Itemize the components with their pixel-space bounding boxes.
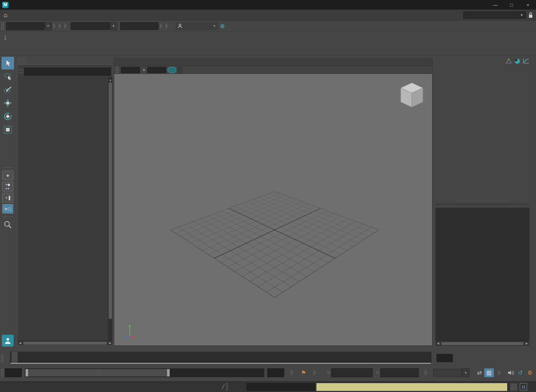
paint-select-tool[interactable] <box>1 83 14 96</box>
more-info-button[interactable] <box>510 383 518 391</box>
range-end-handle[interactable] <box>167 369 170 376</box>
gamma-field[interactable] <box>147 67 166 73</box>
scrollbar-thumb[interactable] <box>441 342 523 345</box>
ground-plane-grid <box>170 191 379 298</box>
animation-preferences-icon[interactable]: ⚙ <box>525 368 535 377</box>
lasso-icon <box>3 72 12 81</box>
layout-outliner-persp-button[interactable]: ≣▢ <box>2 204 13 214</box>
group-collapser[interactable] <box>313 369 316 376</box>
menu-set-select[interactable] <box>6 22 44 30</box>
outliner-horizontal-scrollbar[interactable]: ◀ ▶ <box>17 340 113 345</box>
panel-grip[interactable] <box>116 66 119 74</box>
scroll-left-icon[interactable]: ◀ <box>435 342 441 345</box>
workspace-lock-icon[interactable] <box>528 12 533 18</box>
audio-mute-icon[interactable] <box>506 368 516 377</box>
live-surface-arrow[interactable]: ▼ <box>110 22 117 30</box>
fps-arrow[interactable]: ▼ <box>462 368 469 377</box>
layout-four-pane-button[interactable]: +◆++ <box>2 182 13 191</box>
scroll-right-icon[interactable]: ▶ <box>108 341 113 345</box>
anim-layer-arrow[interactable]: ▽ <box>376 371 379 375</box>
scrollbar-thumb[interactable] <box>23 342 107 345</box>
zoom-tool-icon[interactable] <box>4 221 12 229</box>
playback-range[interactable]: ⁞⁞ <box>26 369 170 376</box>
color-management-toggle[interactable] <box>167 67 176 73</box>
minimize-button[interactable]: — <box>487 0 503 10</box>
outliner-search-input[interactable] <box>24 68 111 76</box>
pencil-grip-icon[interactable]: ╱ <box>222 384 224 389</box>
channel-box-header-icons <box>435 58 529 64</box>
user-icon <box>178 24 182 28</box>
script-editor-icon[interactable]: {;} <box>520 383 527 391</box>
scroll-left-icon[interactable]: ◀ <box>17 341 23 345</box>
timeline-ruler[interactable] <box>10 352 431 364</box>
group-collapser[interactable] <box>59 23 61 30</box>
outliner-panel-tab[interactable] <box>17 57 27 64</box>
retime-icon[interactable]: ↺ <box>516 368 525 377</box>
shelf-tabs: ≡▾ <box>0 33 536 41</box>
command-line-input[interactable] <box>247 383 315 391</box>
view-transform-select[interactable] <box>177 67 183 74</box>
animation-start-field[interactable] <box>5 368 22 377</box>
selection-filter-icon[interactable]: ⛶ <box>19 69 23 75</box>
circle-x-icon[interactable]: ⊗ <box>218 22 227 30</box>
workspace-select[interactable]: ▼ <box>463 11 526 19</box>
group-collapser[interactable] <box>498 369 501 376</box>
shelf-menu-icon[interactable]: ≡▾ <box>0 35 10 41</box>
animation-end-field[interactable] <box>267 368 284 377</box>
anim-layer-field[interactable] <box>380 368 419 377</box>
sign-in-button[interactable]: ▼ <box>176 22 218 30</box>
bookmark-add-icon[interactable]: ⚑ <box>299 368 308 377</box>
layout-two-pane-button[interactable]: +▐ <box>2 193 13 202</box>
current-frame-marker[interactable] <box>12 352 17 364</box>
layer-editor-scrollbar[interactable]: ◀ ▶ <box>435 341 529 346</box>
maximize-button[interactable]: □ <box>503 0 520 10</box>
group-collapser[interactable] <box>53 23 56 30</box>
menu-set-arrow[interactable]: ▼ <box>44 22 52 30</box>
contrast-icon[interactable]: ◑ <box>140 67 147 74</box>
speed-toggle-icon[interactable] <box>515 58 520 64</box>
move-tool[interactable] <box>1 97 14 109</box>
scroll-up-icon[interactable]: ▲ <box>109 78 112 82</box>
character-set-arrow[interactable]: ▽ <box>327 371 330 375</box>
panel-grip[interactable] <box>1 369 4 377</box>
panel-grip[interactable] <box>1 354 4 362</box>
group-collapser[interactable] <box>160 23 163 30</box>
current-frame-field[interactable] <box>437 354 453 362</box>
live-surface-field[interactable] <box>71 22 110 30</box>
range-start-handle[interactable] <box>26 369 28 376</box>
channel-gizmo-icon[interactable] <box>506 58 512 64</box>
scale-tool[interactable] <box>1 123 14 136</box>
layer-list-area[interactable] <box>435 208 529 341</box>
user-avatar[interactable] <box>2 335 14 347</box>
loop-playback-icon[interactable]: ⇄ <box>475 368 484 377</box>
group-collapser[interactable] <box>425 369 427 376</box>
scroll-right-icon[interactable]: ▶ <box>524 342 529 345</box>
panel-grip[interactable] <box>225 383 228 391</box>
fps-select[interactable] <box>433 369 462 377</box>
outliner-vertical-scrollbar[interactable]: ▲ <box>108 78 113 340</box>
home-icon[interactable]: ⌂ <box>4 12 7 18</box>
group-collapser[interactable] <box>291 369 294 376</box>
chevron-down-icon: ▼ <box>213 24 216 28</box>
lasso-select-tool[interactable] <box>1 70 14 83</box>
scrollbar-thumb[interactable] <box>109 82 112 319</box>
clip-playback-icon[interactable]: ▥ <box>484 368 494 377</box>
select-tool[interactable] <box>1 57 14 69</box>
exposure-field[interactable] <box>121 67 140 73</box>
close-button[interactable]: × <box>520 0 536 10</box>
group-collapser[interactable] <box>64 23 67 30</box>
layout-single-pane-button[interactable]: ❖ <box>2 171 13 180</box>
panel-divider[interactable]: ·························· <box>435 199 529 203</box>
group-collapser[interactable] <box>166 23 168 30</box>
rotate-tool[interactable] <box>1 110 14 123</box>
viewport-canvas[interactable] <box>114 74 432 346</box>
group-grip[interactable] <box>1 22 4 30</box>
symmetry-field[interactable] <box>120 22 159 30</box>
viewport-toolbar: ◑ <box>114 66 432 74</box>
view-cube[interactable] <box>398 81 425 111</box>
channel-box-panel <box>435 65 529 198</box>
graph-icon[interactable] <box>523 58 529 64</box>
range-grip-dots: ⁞⁞ <box>98 371 100 375</box>
character-set-field[interactable] <box>331 368 373 377</box>
range-slider-track[interactable]: ⁞⁞ <box>25 368 264 377</box>
